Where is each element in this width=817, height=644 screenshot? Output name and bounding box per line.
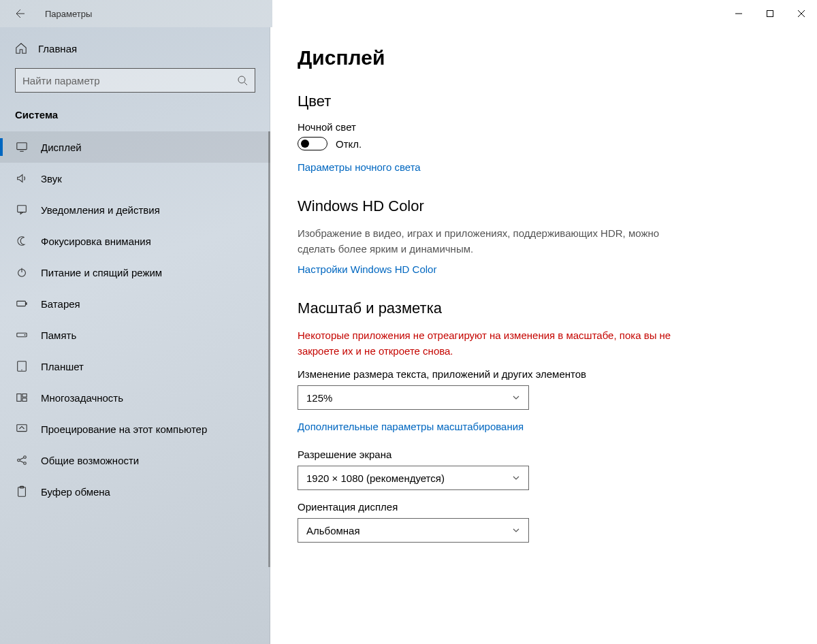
power-icon xyxy=(15,266,29,278)
sidebar-item-label: Фокусировка внимания xyxy=(41,236,151,247)
svg-rect-13 xyxy=(22,398,27,402)
orientation-value: Альбомная xyxy=(306,525,360,536)
main-panel: Дисплей Цвет Ночной свет Откл. Параметры… xyxy=(270,27,817,644)
sidebar-item-label: Дисплей xyxy=(41,142,82,153)
svg-rect-0 xyxy=(767,11,773,17)
sidebar-item-label: Буфер обмена xyxy=(41,486,110,498)
sidebar-item-multitask[interactable]: Многозадачность xyxy=(0,382,270,413)
sidebar-item-tablet[interactable]: Планшет xyxy=(0,351,270,382)
sidebar-item-label: Планшет xyxy=(41,361,84,372)
scale-section: Масштаб и разметка Некоторые приложения … xyxy=(298,300,790,543)
chevron-down-icon xyxy=(512,474,520,482)
home-icon xyxy=(15,42,27,54)
close-icon xyxy=(798,10,805,17)
svg-rect-6 xyxy=(26,302,27,305)
tablet-icon xyxy=(15,360,29,372)
project-icon xyxy=(15,423,29,435)
notifications-icon xyxy=(15,204,29,216)
sidebar-item-sound[interactable]: Звук xyxy=(0,163,270,194)
toggle-knob-icon xyxy=(301,140,309,148)
home-label: Главная xyxy=(38,43,77,54)
orientation-label: Ориентация дисплея xyxy=(298,501,790,513)
maximize-icon xyxy=(767,10,773,17)
night-light-label: Ночной свет xyxy=(298,121,790,133)
resolution-label: Разрешение экрана xyxy=(298,449,790,460)
sidebar-item-clipboard[interactable]: Буфер обмена xyxy=(0,476,270,507)
search-input[interactable] xyxy=(22,75,237,86)
scale-select[interactable]: 125% xyxy=(298,385,529,410)
window-title: Параметры xyxy=(45,9,92,19)
svg-rect-3 xyxy=(18,206,27,212)
hdcolor-section: Windows HD Color Изображение в видео, иг… xyxy=(298,197,790,275)
battery-icon xyxy=(15,297,29,310)
svg-rect-2 xyxy=(17,143,27,150)
category-header: Система xyxy=(0,106,270,131)
resolution-value: 1920 × 1080 (рекомендуется) xyxy=(306,472,445,484)
scale-label: Изменение размера текста, приложений и д… xyxy=(298,368,790,380)
minimize-icon xyxy=(735,10,742,17)
resolution-select[interactable]: 1920 × 1080 (рекомендуется) xyxy=(298,466,529,490)
sidebar-item-label: Питание и спящий режим xyxy=(41,267,162,278)
back-button[interactable] xyxy=(7,8,31,19)
display-icon xyxy=(15,141,29,153)
sidebar-item-power[interactable]: Питание и спящий режим xyxy=(0,257,270,288)
svg-rect-5 xyxy=(17,301,26,306)
multitask-icon xyxy=(15,391,29,404)
sidebar-item-storage[interactable]: Память xyxy=(0,319,270,351)
sidebar-item-notifications[interactable]: Уведомления и действия xyxy=(0,194,270,225)
storage-icon xyxy=(15,329,29,341)
search-box[interactable] xyxy=(15,68,255,93)
sidebar-item-label: Память xyxy=(41,329,76,341)
svg-point-16 xyxy=(24,456,27,459)
svg-rect-14 xyxy=(17,425,27,432)
sidebar-item-focus[interactable]: Фокусировка внимания xyxy=(0,225,270,257)
sound-icon xyxy=(15,172,29,184)
night-light-settings-link[interactable]: Параметры ночного света xyxy=(298,161,421,173)
sidebar-item-label: Общие возможности xyxy=(41,455,139,466)
clipboard-icon xyxy=(15,485,29,498)
sidebar-item-label: Проецирование на этот компьютер xyxy=(41,423,207,435)
sidebar-item-label: Многозадачность xyxy=(41,392,123,404)
svg-point-1 xyxy=(238,76,245,83)
sidebar-item-battery[interactable]: Батарея xyxy=(0,288,270,319)
page-title: Дисплей xyxy=(298,46,790,69)
svg-point-17 xyxy=(24,462,27,465)
svg-point-15 xyxy=(18,459,20,462)
search-icon xyxy=(237,75,248,86)
svg-rect-18 xyxy=(18,487,26,497)
color-section: Цвет Ночной свет Откл. Параметры ночного… xyxy=(298,93,790,173)
sidebar-item-shared[interactable]: Общие возможности xyxy=(0,445,270,476)
minimize-button[interactable] xyxy=(723,0,754,27)
hdcolor-link[interactable]: Настройки Windows HD Color xyxy=(298,263,436,275)
sidebar-item-display[interactable]: Дисплей xyxy=(0,131,270,163)
focus-icon xyxy=(15,235,29,247)
orientation-select[interactable]: Альбомная xyxy=(298,518,529,543)
sidebar: Главная Система Дисплей xyxy=(0,27,270,644)
advanced-scale-link[interactable]: Дополнительные параметры масштабирования xyxy=(298,421,524,432)
chevron-down-icon xyxy=(512,526,520,534)
scale-warning: Некоторые приложения не отреагируют на и… xyxy=(298,328,679,359)
home-link[interactable]: Главная xyxy=(0,27,270,68)
title-bar: Параметры xyxy=(0,0,817,27)
nav-list: Дисплей Звук Уведомления и действия Фоку… xyxy=(0,131,270,644)
night-light-state: Откл. xyxy=(336,138,362,150)
hdcolor-heading: Windows HD Color xyxy=(298,197,790,215)
night-light-toggle[interactable] xyxy=(298,137,327,150)
svg-point-10 xyxy=(21,370,22,370)
svg-rect-12 xyxy=(22,394,27,398)
hdcolor-desc: Изображение в видео, играх и приложениях… xyxy=(298,226,679,257)
sidebar-item-label: Уведомления и действия xyxy=(41,204,160,216)
sidebar-item-label: Батарея xyxy=(41,298,80,310)
maximize-button[interactable] xyxy=(754,0,786,27)
svg-rect-11 xyxy=(17,394,21,402)
color-heading: Цвет xyxy=(298,93,790,110)
sidebar-item-project[interactable]: Проецирование на этот компьютер xyxy=(0,413,270,445)
shared-icon xyxy=(15,454,29,466)
sidebar-item-label: Звук xyxy=(41,173,62,184)
scale-heading: Масштаб и разметка xyxy=(298,300,790,317)
svg-point-8 xyxy=(25,334,26,336)
close-button[interactable] xyxy=(786,0,817,27)
chevron-down-icon xyxy=(512,393,520,402)
arrow-left-icon xyxy=(14,8,25,19)
scale-value: 125% xyxy=(306,392,332,404)
